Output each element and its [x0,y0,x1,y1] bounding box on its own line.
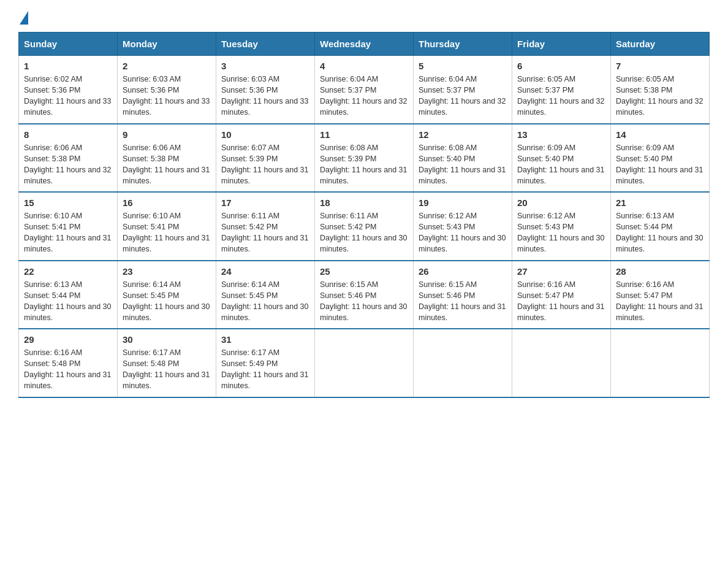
calendar-day-cell [512,329,611,397]
header-sunday: Sunday [19,33,118,56]
day-number: 14 [616,129,704,140]
day-number: 8 [24,129,112,140]
day-number: 31 [221,334,309,345]
calendar-week-row: 22Sunrise: 6:13 AMSunset: 5:44 PMDayligh… [19,261,710,329]
day-number: 20 [517,197,605,208]
header-friday: Friday [512,33,611,56]
calendar-day-cell [611,329,710,397]
day-number: 2 [123,61,211,71]
day-number: 21 [616,197,704,208]
day-number: 6 [517,61,605,71]
calendar-day-cell: 27Sunrise: 6:16 AMSunset: 5:47 PMDayligh… [512,261,611,329]
header-thursday: Thursday [414,33,512,56]
day-number: 22 [24,266,112,277]
day-number: 13 [517,129,605,140]
day-info: Sunrise: 6:07 AMSunset: 5:39 PMDaylight:… [221,142,309,187]
day-info: Sunrise: 6:09 AMSunset: 5:40 PMDaylight:… [517,142,605,187]
header-monday: Monday [118,33,216,56]
day-number: 24 [221,266,309,277]
day-info: Sunrise: 6:04 AMSunset: 5:37 PMDaylight:… [419,74,507,118]
calendar-table: SundayMondayTuesdayWednesdayThursdayFrid… [18,32,710,398]
calendar-day-cell: 23Sunrise: 6:14 AMSunset: 5:45 PMDayligh… [118,261,216,329]
logo-triangle-icon [20,11,28,25]
calendar-day-cell: 6Sunrise: 6:05 AMSunset: 5:37 PMDaylight… [512,56,611,124]
day-number: 11 [320,129,408,140]
day-info: Sunrise: 6:13 AMSunset: 5:44 PMDaylight:… [24,279,112,324]
day-info: Sunrise: 6:16 AMSunset: 5:48 PMDaylight:… [24,347,112,392]
calendar-day-cell: 31Sunrise: 6:17 AMSunset: 5:49 PMDayligh… [216,329,315,397]
calendar-day-cell: 25Sunrise: 6:15 AMSunset: 5:46 PMDayligh… [315,261,414,329]
calendar-day-cell: 14Sunrise: 6:09 AMSunset: 5:40 PMDayligh… [611,124,710,193]
calendar-day-cell: 11Sunrise: 6:08 AMSunset: 5:39 PMDayligh… [315,124,414,193]
day-info: Sunrise: 6:03 AMSunset: 5:36 PMDaylight:… [221,74,309,118]
calendar-day-cell: 26Sunrise: 6:15 AMSunset: 5:46 PMDayligh… [414,261,512,329]
calendar-day-cell: 10Sunrise: 6:07 AMSunset: 5:39 PMDayligh… [216,124,315,193]
calendar-day-cell: 30Sunrise: 6:17 AMSunset: 5:48 PMDayligh… [118,329,216,397]
day-info: Sunrise: 6:06 AMSunset: 5:38 PMDaylight:… [24,142,112,187]
day-info: Sunrise: 6:17 AMSunset: 5:48 PMDaylight:… [123,347,211,392]
day-info: Sunrise: 6:17 AMSunset: 5:49 PMDaylight:… [221,347,309,392]
day-number: 18 [320,197,408,208]
calendar-day-cell: 4Sunrise: 6:04 AMSunset: 5:37 PMDaylight… [315,56,414,124]
day-info: Sunrise: 6:08 AMSunset: 5:39 PMDaylight:… [320,142,408,187]
calendar-week-row: 15Sunrise: 6:10 AMSunset: 5:41 PMDayligh… [19,192,710,261]
day-info: Sunrise: 6:15 AMSunset: 5:46 PMDaylight:… [320,279,408,324]
calendar-day-cell: 28Sunrise: 6:16 AMSunset: 5:47 PMDayligh… [611,261,710,329]
day-info: Sunrise: 6:05 AMSunset: 5:37 PMDaylight:… [517,74,605,118]
calendar-day-cell: 21Sunrise: 6:13 AMSunset: 5:44 PMDayligh… [611,192,710,261]
day-info: Sunrise: 6:10 AMSunset: 5:41 PMDaylight:… [123,210,211,255]
day-info: Sunrise: 6:11 AMSunset: 5:42 PMDaylight:… [320,210,408,255]
calendar-day-cell: 5Sunrise: 6:04 AMSunset: 5:37 PMDaylight… [414,56,512,124]
calendar-day-cell: 8Sunrise: 6:06 AMSunset: 5:38 PMDaylight… [19,124,118,193]
day-number: 29 [24,334,112,345]
day-number: 15 [24,197,112,208]
day-info: Sunrise: 6:15 AMSunset: 5:46 PMDaylight:… [419,279,507,324]
calendar-day-cell: 7Sunrise: 6:05 AMSunset: 5:38 PMDaylight… [611,56,710,124]
day-number: 28 [616,266,704,277]
calendar-day-cell: 1Sunrise: 6:02 AMSunset: 5:36 PMDaylight… [19,56,118,124]
day-number: 26 [419,266,507,277]
day-number: 27 [517,266,605,277]
calendar-day-cell: 16Sunrise: 6:10 AMSunset: 5:41 PMDayligh… [118,192,216,261]
calendar-day-cell: 17Sunrise: 6:11 AMSunset: 5:42 PMDayligh… [216,192,315,261]
day-number: 4 [320,61,408,71]
calendar-day-cell [414,329,512,397]
calendar-week-row: 29Sunrise: 6:16 AMSunset: 5:48 PMDayligh… [19,329,710,397]
calendar-day-cell: 9Sunrise: 6:06 AMSunset: 5:38 PMDaylight… [118,124,216,193]
calendar-day-cell: 12Sunrise: 6:08 AMSunset: 5:40 PMDayligh… [414,124,512,193]
day-info: Sunrise: 6:06 AMSunset: 5:38 PMDaylight:… [123,142,211,187]
day-number: 19 [419,197,507,208]
calendar-week-row: 1Sunrise: 6:02 AMSunset: 5:36 PMDaylight… [19,56,710,124]
calendar-day-cell: 18Sunrise: 6:11 AMSunset: 5:42 PMDayligh… [315,192,414,261]
day-info: Sunrise: 6:10 AMSunset: 5:41 PMDaylight:… [24,210,112,255]
header-tuesday: Tuesday [216,33,315,56]
page-header [18,12,710,26]
day-info: Sunrise: 6:12 AMSunset: 5:43 PMDaylight:… [419,210,507,255]
day-number: 5 [419,61,507,71]
day-info: Sunrise: 6:14 AMSunset: 5:45 PMDaylight:… [221,279,309,324]
calendar-day-cell: 19Sunrise: 6:12 AMSunset: 5:43 PMDayligh… [414,192,512,261]
logo [18,12,28,26]
calendar-day-cell [315,329,414,397]
header-wednesday: Wednesday [315,33,414,56]
day-info: Sunrise: 6:14 AMSunset: 5:45 PMDaylight:… [123,279,211,324]
day-info: Sunrise: 6:16 AMSunset: 5:47 PMDaylight:… [517,279,605,324]
day-info: Sunrise: 6:09 AMSunset: 5:40 PMDaylight:… [616,142,704,187]
day-number: 23 [123,266,211,277]
day-number: 1 [24,61,112,71]
day-info: Sunrise: 6:11 AMSunset: 5:42 PMDaylight:… [221,210,309,255]
header-saturday: Saturday [611,33,710,56]
day-number: 3 [221,61,309,71]
day-number: 30 [123,334,211,345]
day-number: 17 [221,197,309,208]
day-number: 16 [123,197,211,208]
day-number: 9 [123,129,211,140]
day-info: Sunrise: 6:03 AMSunset: 5:36 PMDaylight:… [123,74,211,118]
calendar-header-row: SundayMondayTuesdayWednesdayThursdayFrid… [19,33,710,56]
calendar-day-cell: 2Sunrise: 6:03 AMSunset: 5:36 PMDaylight… [118,56,216,124]
day-number: 12 [419,129,507,140]
day-number: 7 [616,61,704,71]
day-number: 25 [320,266,408,277]
calendar-day-cell: 15Sunrise: 6:10 AMSunset: 5:41 PMDayligh… [19,192,118,261]
calendar-day-cell: 22Sunrise: 6:13 AMSunset: 5:44 PMDayligh… [19,261,118,329]
